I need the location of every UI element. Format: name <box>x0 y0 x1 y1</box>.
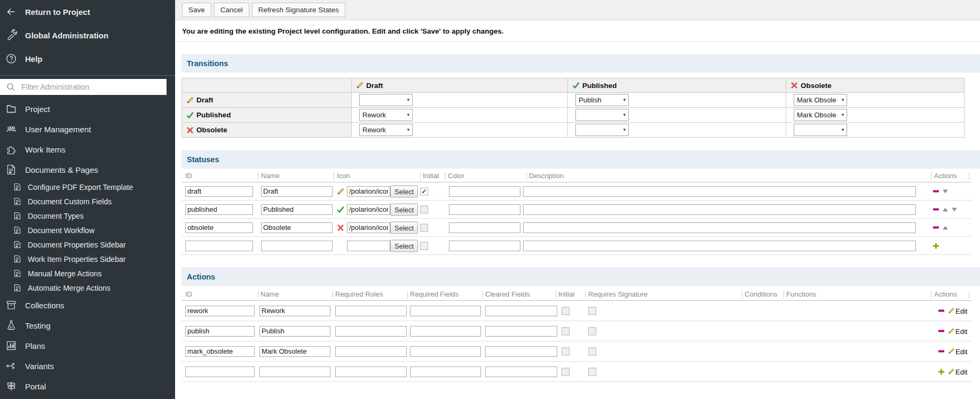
sidebar-item-variants[interactable]: Variants <box>0 356 175 376</box>
required-roles-input[interactable] <box>335 306 407 316</box>
icon-select-button[interactable]: Select <box>390 221 418 234</box>
required-roles-input[interactable] <box>335 366 407 377</box>
sidebar-item-automatic-merge-actions[interactable]: Automatic Merge Actions <box>0 281 175 295</box>
action-name-input[interactable] <box>259 306 330 316</box>
filter-administration-input[interactable] <box>0 79 167 95</box>
status-description-input[interactable] <box>523 186 916 197</box>
initial-checkbox[interactable] <box>562 307 570 315</box>
sidebar-item-document-properties-sidebar[interactable]: Document Properties Sidebar <box>0 237 175 252</box>
move-up-icon[interactable] <box>943 226 948 229</box>
status-name-input[interactable] <box>261 204 333 215</box>
action-name-input[interactable] <box>259 366 330 377</box>
status-id-input[interactable] <box>185 241 253 251</box>
refresh-signature-states-button[interactable]: Refresh Signature States <box>252 3 345 17</box>
sidebar-item-global-administration[interactable]: Global Administration <box>0 23 175 47</box>
status-name-input[interactable] <box>261 222 333 233</box>
remove-icon[interactable] <box>938 310 944 312</box>
required-fields-input[interactable] <box>410 306 481 316</box>
action-id-input[interactable] <box>185 346 255 357</box>
add-icon[interactable] <box>933 243 939 249</box>
sidebar-item-configure-pdf-export-template[interactable]: Configure PDF Export Template <box>0 180 175 194</box>
status-id-input[interactable] <box>185 222 253 233</box>
action-name-input[interactable] <box>259 326 330 337</box>
move-down-icon[interactable] <box>952 208 957 211</box>
sidebar-item-document-workflow[interactable]: Document Workflow <box>0 223 175 237</box>
edit-link[interactable]: Edit <box>948 347 967 355</box>
remove-icon[interactable] <box>938 330 944 332</box>
requires-signature-checkbox[interactable] <box>588 368 596 376</box>
cleared-fields-input[interactable] <box>485 346 557 357</box>
action-id-input[interactable] <box>185 306 255 316</box>
sidebar-item-plans[interactable]: Plans <box>0 336 175 356</box>
required-fields-input[interactable] <box>410 366 481 377</box>
add-icon[interactable] <box>938 369 944 374</box>
status-color-input[interactable] <box>449 222 520 233</box>
transition-dropdown-obsolete-published[interactable]: ▼ <box>575 124 629 136</box>
remove-icon[interactable] <box>938 350 944 353</box>
status-icon-path-input[interactable] <box>347 241 390 251</box>
action-id-input[interactable] <box>185 326 255 337</box>
sidebar-item-collections[interactable]: Collections <box>0 295 175 315</box>
required-roles-input[interactable] <box>335 346 407 357</box>
required-fields-input[interactable] <box>410 326 481 337</box>
cleared-fields-input[interactable] <box>485 366 557 377</box>
cleared-fields-input[interactable] <box>485 306 557 316</box>
icon-select-button[interactable]: Select <box>390 240 418 252</box>
transition-dropdown-obsolete-draft[interactable]: Rework▼ <box>359 124 413 136</box>
edit-link[interactable]: Edit <box>948 327 967 335</box>
sidebar-item-work-items[interactable]: Work Items <box>0 139 175 159</box>
sidebar-item-documents-pages[interactable]: Documents & Pages <box>0 159 175 180</box>
sidebar-item-portal[interactable]: Portal <box>0 376 175 396</box>
requires-signature-checkbox[interactable] <box>588 307 596 315</box>
initial-checkbox[interactable] <box>420 205 428 213</box>
action-name-input[interactable] <box>259 346 330 357</box>
transition-dropdown-published-published[interactable]: ▼ <box>575 109 629 121</box>
status-id-input[interactable] <box>185 186 253 197</box>
move-up-icon[interactable] <box>943 208 948 211</box>
initial-checkbox[interactable] <box>562 368 570 376</box>
edit-link[interactable]: Edit <box>948 368 967 376</box>
initial-checkbox[interactable] <box>420 224 428 232</box>
sidebar-item-manual-merge-actions[interactable]: Manual Merge Actions <box>0 266 175 281</box>
status-name-input[interactable] <box>261 241 333 251</box>
initial-checkbox[interactable] <box>420 187 428 195</box>
cleared-fields-input[interactable] <box>485 326 557 337</box>
icon-select-button[interactable]: Select <box>390 203 418 216</box>
transition-dropdown-published-obsolete[interactable]: Mark Obsole▼ <box>794 109 847 121</box>
status-name-input[interactable] <box>261 186 333 197</box>
sidebar-item-help[interactable]: Help <box>0 47 175 70</box>
transition-dropdown-published-draft[interactable]: Rework▼ <box>359 109 413 121</box>
status-color-input[interactable] <box>449 186 520 197</box>
sidebar-item-testing[interactable]: Testing <box>0 315 175 336</box>
sidebar-item-document-custom-fields[interactable]: Document Custom Fields <box>0 194 175 209</box>
status-icon-path-input[interactable] <box>347 186 390 197</box>
status-description-input[interactable] <box>523 204 916 215</box>
remove-icon[interactable] <box>933 209 939 211</box>
action-id-input[interactable] <box>185 366 255 377</box>
requires-signature-checkbox[interactable] <box>588 327 596 335</box>
status-icon-path-input[interactable] <box>347 222 390 233</box>
status-id-input[interactable] <box>185 204 253 215</box>
initial-checkbox[interactable] <box>420 242 428 250</box>
required-fields-input[interactable] <box>410 346 481 357</box>
sidebar-item-user-management[interactable]: User Management <box>0 119 175 139</box>
move-down-icon[interactable] <box>943 189 948 193</box>
status-color-input[interactable] <box>449 204 520 215</box>
save-button[interactable]: Save <box>182 3 211 17</box>
sidebar-item-return-to-project[interactable]: Return to Project <box>0 0 175 23</box>
icon-select-button[interactable]: Select <box>390 185 418 197</box>
remove-icon[interactable] <box>933 227 939 229</box>
initial-checkbox[interactable] <box>562 327 570 335</box>
transition-dropdown-draft-draft[interactable]: ▼ <box>359 94 413 106</box>
transition-dropdown-draft-obsolete[interactable]: Mark Obsole▼ <box>794 94 847 106</box>
sidebar-item-work-item-properties-sidebar[interactable]: Work Item Properties Sidebar <box>0 252 175 266</box>
status-color-input[interactable] <box>449 241 520 251</box>
requires-signature-checkbox[interactable] <box>588 347 596 355</box>
required-roles-input[interactable] <box>335 326 407 337</box>
edit-link[interactable]: Edit <box>948 307 967 315</box>
transition-dropdown-obsolete-obsolete[interactable]: ▼ <box>794 124 847 136</box>
initial-checkbox[interactable] <box>562 347 570 355</box>
status-icon-path-input[interactable] <box>347 204 390 215</box>
sidebar-item-document-types[interactable]: Document Types <box>0 209 175 223</box>
status-description-input[interactable] <box>523 241 916 251</box>
